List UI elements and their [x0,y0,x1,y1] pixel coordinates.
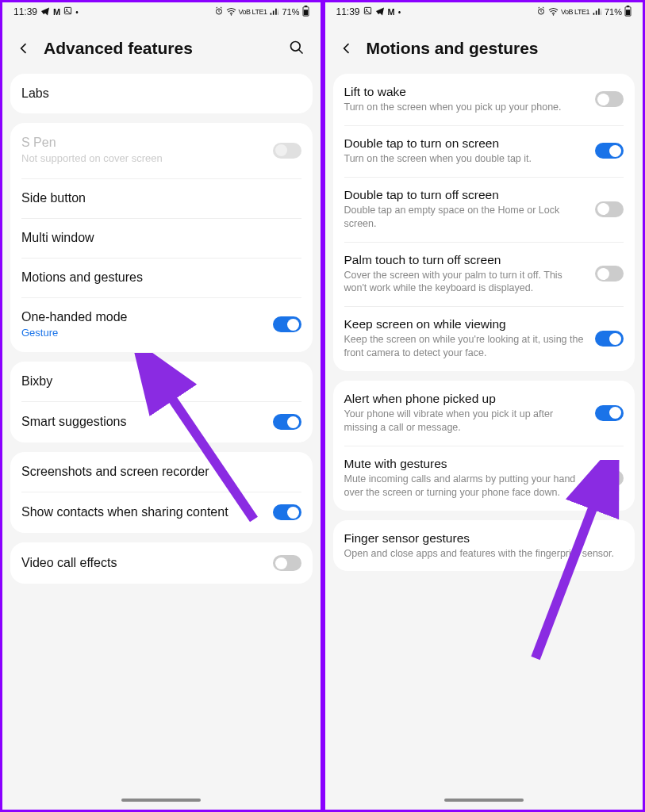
svg-rect-13 [627,6,630,7]
row-subtitle: Gesture [21,326,263,340]
battery-percent: 71% [282,7,299,17]
svg-point-11 [553,14,555,16]
row-subtitle: Double tap an empty space on the Home or… [344,204,586,231]
telegram-icon [40,6,50,18]
row-title: Smart suggestions [21,415,263,429]
page-title: Advanced features [44,39,276,58]
settings-group: Labs [10,74,313,113]
settings-row[interactable]: Double tap to turn off screenDouble tap … [333,177,635,242]
row-subtitle: Not supported on cover screen [21,151,263,166]
battery-icon [302,6,309,18]
row-title: Bixby [21,374,301,389]
row-title: Keep screen on while viewing [344,317,586,331]
nav-pill[interactable] [444,799,524,802]
telegram-icon [375,6,385,18]
search-button[interactable] [289,40,306,57]
back-button[interactable] [17,41,31,56]
settings-row[interactable]: One-handed modeGesture [10,297,313,353]
row-title: Multi window [21,231,301,245]
settings-group: Finger sensor gesturesOpen and close app… [333,520,635,572]
toggle-switch[interactable] [595,91,624,107]
settings-row[interactable]: Smart suggestions [10,401,313,442]
phone-right: 11:39 M • VoB LTE1 71% [323,0,646,812]
svg-rect-14 [626,10,630,15]
settings-group: Lift to wakeTurn on the screen when you … [333,74,635,371]
row-subtitle: Open and close apps and features with th… [344,547,624,561]
settings-row[interactable]: Bixby [10,362,313,401]
settings-row[interactable]: Multi window [10,218,313,258]
row-subtitle: Cover the screen with your palm to turn … [344,269,586,296]
toggle-switch[interactable] [595,201,624,217]
row-title: Show contacts when sharing content [21,505,263,519]
toggle-switch[interactable] [273,504,301,520]
settings-group: Screenshots and screen recorderShow cont… [10,452,313,533]
row-title: Labs [21,86,301,101]
row-title: Double tap to turn on screen [344,136,586,151]
row-title: Palm touch to turn off screen [344,253,586,267]
settings-row[interactable]: S PenNot supported on cover screen [10,123,313,178]
settings-group: BixbySmart suggestions [10,362,313,442]
signal-icon [592,6,602,18]
row-title: Screenshots and screen recorder [21,465,301,479]
toggle-switch[interactable] [595,266,624,282]
phone-left: 11:39 M • VoB LTE1 71% [0,0,323,812]
toggle-switch[interactable] [273,555,301,571]
settings-group: Video call effects [10,542,313,584]
back-button[interactable] [340,41,354,56]
row-title: S Pen [21,136,263,150]
settings-row[interactable]: Motions and gestures [10,258,313,297]
alarm-icon [214,6,224,17]
svg-point-3 [230,14,232,16]
settings-row[interactable]: Double tap to turn on screenTurn on the … [333,125,635,177]
row-subtitle: Turn on the screen when you double tap i… [344,152,586,166]
gallery-icon [363,6,372,17]
row-title: Motions and gestures [21,270,301,285]
settings-row[interactable]: Mute with gesturesMute incoming calls an… [333,446,635,511]
settings-row[interactable]: Alert when phone picked upYour phone wil… [333,381,635,446]
settings-row[interactable]: Video call effects [10,542,313,584]
toggle-switch[interactable] [595,331,624,347]
settings-row[interactable]: Keep screen on while viewingKeep the scr… [333,306,635,371]
row-title: Mute with gestures [344,457,586,471]
toggle-switch [273,143,301,159]
toggle-switch[interactable] [273,414,301,430]
row-subtitle: Mute incoming calls and alarms by puttin… [344,473,586,500]
settings-row[interactable]: Show contacts when sharing content [10,492,313,533]
battery-icon [624,6,632,18]
network-type: VoB LTE1 [239,8,267,16]
settings-row[interactable]: Side button [10,178,313,218]
wifi-icon [548,6,559,18]
settings-row[interactable]: Labs [10,74,313,113]
more-icon: • [75,8,79,17]
toggle-switch[interactable] [595,143,624,159]
settings-group: Alert when phone picked upYour phone wil… [333,381,635,511]
row-title: Side button [21,191,301,205]
row-title: Double tap to turn off screen [344,188,586,202]
svg-point-9 [366,9,367,10]
settings-row[interactable]: Screenshots and screen recorder [10,452,313,492]
toggle-switch[interactable] [595,470,624,486]
settings-row[interactable]: Finger sensor gesturesOpen and close app… [333,520,635,572]
svg-point-1 [66,9,67,10]
row-title: Finger sensor gestures [344,531,624,546]
status-time: 11:39 [13,6,37,17]
svg-rect-5 [304,6,307,7]
row-subtitle: Your phone will vibrate when you pick it… [344,408,586,435]
settings-row[interactable]: Palm touch to turn off screenCover the s… [333,242,635,307]
gallery-icon [63,6,72,17]
status-time: 11:39 [336,6,360,17]
battery-percent: 71% [605,7,622,17]
wifi-icon [226,6,236,18]
toggle-switch[interactable] [595,405,624,421]
svg-rect-6 [303,10,307,15]
nav-pill[interactable] [121,799,201,802]
row-title: Alert when phone picked up [344,392,586,406]
header: Motions and gestures [325,20,643,74]
more-icon: • [398,8,401,17]
gmail-icon: M [53,7,60,17]
alarm-icon [536,6,546,17]
settings-row[interactable]: Lift to wakeTurn on the screen when you … [333,74,635,125]
header: Advanced features [2,20,321,74]
toggle-switch[interactable] [273,316,301,332]
row-title: Video call effects [21,556,263,570]
